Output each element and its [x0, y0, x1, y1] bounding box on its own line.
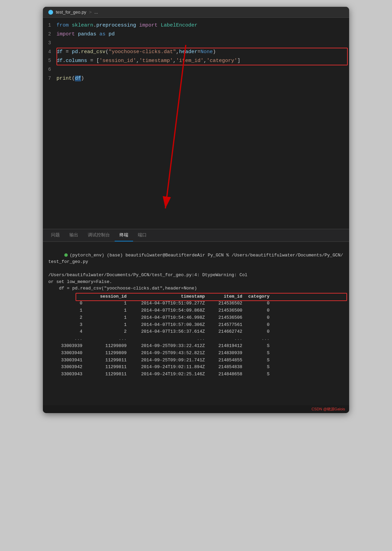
code-line-2: 2 import pandas as pd — [43, 30, 349, 39]
terminal-tabs: 问题 输出 调试控制台 终端 端口 — [43, 229, 349, 242]
df-col-header-idx — [55, 293, 82, 300]
df-col-header-item: item_id — [205, 293, 242, 300]
df-col-header-cat: category — [242, 293, 270, 300]
df-data-row-2: 2 1 2014-04-07T10:54:46.998Z 214536506 0 — [55, 314, 344, 321]
df-ellipsis-row: ... ... ... ... ... — [55, 335, 344, 343]
line-content-4: df = pd.read_csv("yoochoose-clicks.dat",… — [56, 48, 216, 56]
line-num-4: 4 — [43, 48, 56, 56]
line-content-3 — [56, 39, 60, 47]
df-data-row-1: 1 1 2014-04-07T10:54:09.868Z 214536500 0 — [55, 307, 344, 314]
terminal-warning: /Users/beautifulwater/Documents/Py_GCN/t… — [48, 272, 344, 285]
breadcrumb-sep: > — [89, 10, 92, 15]
df-col-header-session: session_id — [82, 293, 127, 300]
code-editor: 1 from sklearn.preprocessing import Labe… — [43, 18, 349, 229]
line-content-5: df.columns = ['session_id','timestamp','… — [56, 57, 240, 65]
line-num-5: 5 — [43, 57, 56, 64]
code-line-5: 5 df.columns = ['session_id','timestamp'… — [43, 57, 349, 65]
python-icon — [48, 10, 53, 15]
main-window: test_for_geo.py > ... 1 from sklearn.pre… — [43, 7, 349, 413]
tab-output[interactable]: 输出 — [65, 229, 83, 241]
terminal-prompt-text: (pytorch_env) (base) beautifulwater@Beau… — [48, 253, 343, 265]
df-bottom-row-0: 33003939 11299809 2014-09-25T09:33:22.41… — [55, 343, 344, 350]
line-num-2: 2 — [43, 30, 56, 38]
tab-port[interactable]: 端口 — [133, 229, 151, 241]
line-num-1: 1 — [43, 21, 56, 29]
line-content-2: import pandas as pd — [56, 30, 115, 38]
code-line-3: 3 — [43, 39, 349, 48]
tab-debug-console[interactable]: 调试控制台 — [83, 229, 115, 241]
watermark: CSDN @晓源Galois — [43, 405, 349, 413]
tab-terminal[interactable]: 终端 — [115, 229, 133, 241]
prompt-dot — [64, 253, 68, 257]
code-line-7: 7 print(df) — [43, 74, 349, 83]
line-num-6: 6 — [43, 66, 56, 73]
watermark-prefix: CSDN @ — [311, 407, 327, 411]
line-num-3: 3 — [43, 39, 56, 47]
df-bottom-row-1: 33003940 11299809 2014-09-25T09:43:52.82… — [55, 350, 344, 357]
watermark-author: 晓源Galois — [327, 407, 345, 411]
dataframe-table: session_id timestamp item_id category 0 … — [55, 293, 344, 378]
breadcrumb-ellipsis: ... — [94, 10, 98, 15]
line-num-7: 7 — [43, 75, 56, 82]
filename-label: test_for_geo.py — [56, 10, 86, 15]
df-header-wrapper: session_id timestamp item_id category — [55, 293, 344, 300]
tab-problems[interactable]: 问题 — [46, 229, 65, 241]
df-col-header-ts: timestamp — [127, 293, 205, 300]
title-bar: test_for_geo.py > ... — [43, 7, 349, 18]
df-bottom-row-2: 33003941 11299811 2014-09-25T09:09:21.74… — [55, 357, 344, 364]
code-line-1: 1 from sklearn.preprocessing import Labe… — [43, 21, 349, 30]
df-bottom-row-4: 33003943 11299811 2014-09-24T19:02:25.14… — [55, 371, 344, 378]
code-line-4: 4 df = pd.read_csv("yoochoose-clicks.dat… — [43, 48, 349, 57]
df-data-row-4: 4 2 2014-04-07T13:56:37.614Z 214662742 0 — [55, 328, 344, 335]
terminal-prompt-line: (pytorch_env) (base) beautifulwater@Beau… — [48, 245, 344, 272]
df-data-row-0: 0 1 2014-04-07T10:51:09.277Z 214536502 0 — [55, 300, 344, 307]
line-content-1: from sklearn.preprocessing import LabelE… — [56, 21, 197, 30]
terminal-output: (pytorch_env) (base) beautifulwater@Beau… — [43, 242, 349, 405]
df-header-row: session_id timestamp item_id category — [55, 293, 344, 300]
df-data-row-3: 3 1 2014-04-07T10:57:00.306Z 214577561 0 — [55, 321, 344, 329]
line-content-7: print(df) — [56, 75, 84, 83]
terminal-read-csv: df = pd.read_csv("yoochoose-clicks.dat",… — [48, 285, 344, 292]
df-bottom-row-3: 33003942 11299811 2014-09-24T19:02:11.89… — [55, 364, 344, 371]
line-content-6 — [56, 66, 60, 74]
code-line-6: 6 — [43, 65, 349, 74]
